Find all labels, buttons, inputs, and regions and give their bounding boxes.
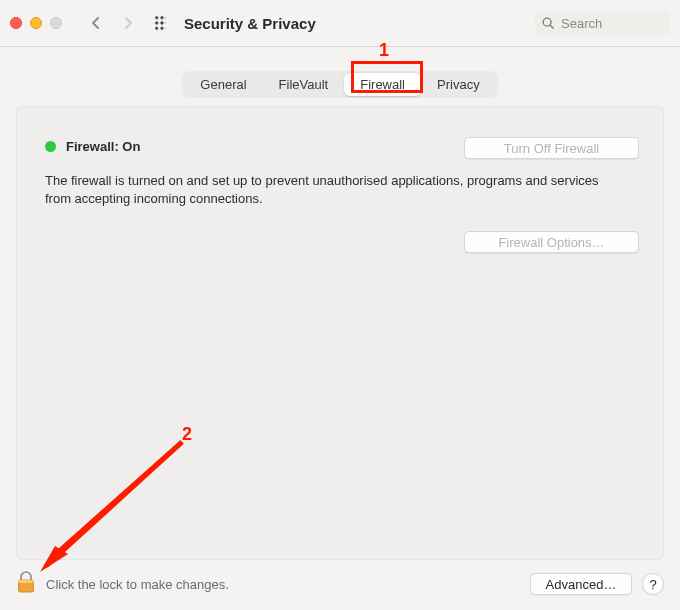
minimize-window-button[interactable] xyxy=(30,17,42,29)
search-wrap xyxy=(535,12,670,35)
page-title: Security & Privacy xyxy=(184,15,316,32)
firewall-panel: Firewall: On Turn Off Firewall The firew… xyxy=(16,106,664,560)
advanced-button[interactable]: Advanced… xyxy=(530,573,632,595)
help-button[interactable]: ? xyxy=(642,573,664,595)
show-all-button[interactable] xyxy=(148,11,172,35)
button-label: Turn Off Firewall xyxy=(504,141,599,156)
tab-label: FileVault xyxy=(279,77,329,92)
chevron-right-icon xyxy=(120,15,136,31)
tab-label: Firewall xyxy=(360,77,405,92)
tab-group: General FileVault Firewall Privacy xyxy=(182,71,497,98)
search-icon xyxy=(541,16,555,30)
turn-off-firewall-button[interactable]: Turn Off Firewall xyxy=(464,137,639,159)
tab-filevault[interactable]: FileVault xyxy=(263,73,345,96)
tab-general[interactable]: General xyxy=(184,73,262,96)
lock-icon xyxy=(16,571,36,595)
firewall-description: The firewall is turned on and set up to … xyxy=(45,172,605,207)
tabs-row: General FileVault Firewall Privacy xyxy=(0,71,680,98)
tab-label: Privacy xyxy=(437,77,480,92)
forward-button[interactable] xyxy=(116,11,140,35)
search-input[interactable] xyxy=(535,12,670,35)
tab-label: General xyxy=(200,77,246,92)
close-window-button[interactable] xyxy=(10,17,22,29)
titlebar: Security & Privacy xyxy=(0,0,680,47)
window-traffic-lights xyxy=(10,17,62,29)
lock-hint-text: Click the lock to make changes. xyxy=(46,577,229,592)
help-icon: ? xyxy=(649,577,656,592)
tab-firewall[interactable]: Firewall xyxy=(344,73,421,96)
back-button[interactable] xyxy=(84,11,108,35)
firewall-status-label: Firewall: On xyxy=(66,139,140,154)
status-indicator-icon xyxy=(45,141,56,152)
firewall-options-button[interactable]: Firewall Options… xyxy=(464,231,639,253)
svg-line-1 xyxy=(550,25,553,28)
zoom-window-button[interactable] xyxy=(50,17,62,29)
lock-button[interactable] xyxy=(16,571,36,598)
tab-privacy[interactable]: Privacy xyxy=(421,73,496,96)
svg-rect-3 xyxy=(19,580,34,583)
button-label: Advanced… xyxy=(546,577,617,592)
chevron-left-icon xyxy=(88,15,104,31)
grid-icon xyxy=(154,15,166,31)
footer: Click the lock to make changes. Advanced… xyxy=(0,558,680,610)
button-label: Firewall Options… xyxy=(498,235,604,250)
